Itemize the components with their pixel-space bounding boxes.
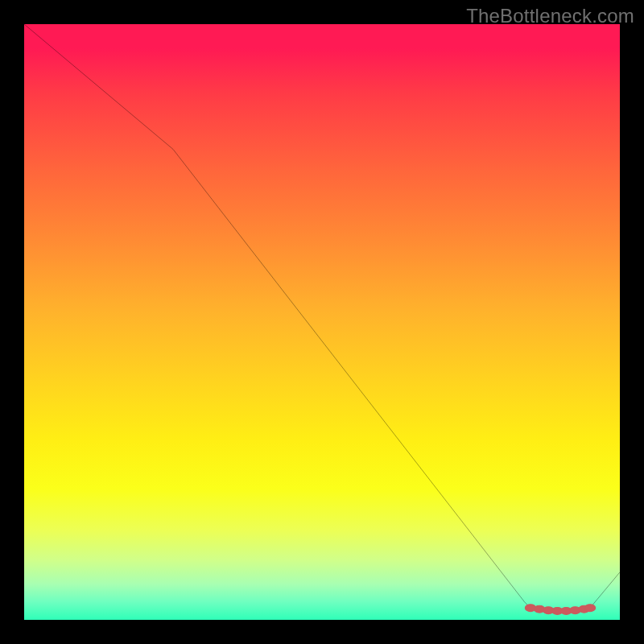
marker-dot <box>584 605 595 612</box>
watermark-text: TheBottleneck.com <box>466 5 634 27</box>
line-series <box>24 24 620 612</box>
marker-group <box>525 605 595 615</box>
chart-svg <box>24 24 620 620</box>
chart-frame: TheBottleneck.com <box>0 0 644 644</box>
curve-line <box>24 24 620 612</box>
plot-area <box>24 24 620 620</box>
